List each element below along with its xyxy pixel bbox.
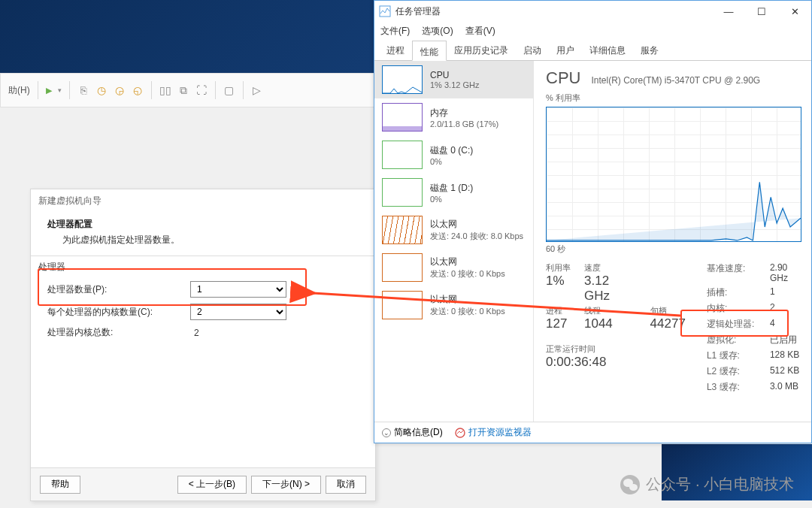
tab-services[interactable]: 服务 — [633, 40, 666, 60]
svg-rect-0 — [380, 6, 390, 17]
tab-details[interactable]: 详细信息 — [582, 40, 633, 60]
snapshot-icon[interactable]: ⎘ — [74, 82, 92, 98]
console-icon[interactable]: ▷ — [248, 82, 266, 98]
svg-point-1 — [456, 428, 465, 437]
layout-2-icon[interactable]: ⧉ — [174, 82, 192, 98]
proc-label: 进程 — [546, 305, 571, 316]
tab-performance[interactable]: 性能 — [412, 41, 447, 61]
sidebar-item-eth0[interactable]: 以太网 发送: 24.0 接收: 8.0 Kbps — [374, 211, 533, 249]
sidebar-item-memory[interactable]: 内存 2.0/11.8 GB (17%) — [374, 98, 533, 136]
cpu-heading: CPU — [546, 68, 580, 88]
util-value: 1% — [546, 274, 571, 289]
util-label: 利用率 — [546, 262, 571, 274]
close-button[interactable]: ✕ — [778, 1, 811, 22]
separator — [243, 81, 244, 99]
uptime-label: 正常运行时间 — [546, 343, 686, 355]
unity-icon[interactable]: ▢ — [220, 82, 238, 98]
sidebar-item-disk0[interactable]: 磁盘 0 (C:) 0% — [374, 136, 533, 174]
sidebar-disk0-sub: 0% — [430, 157, 473, 166]
maximize-button[interactable]: ☐ — [745, 1, 778, 22]
wizard-titlebar: 新建虚拟机向导 — [31, 189, 375, 212]
processor-count-select[interactable]: 1 — [190, 281, 286, 298]
snapshot-take-icon[interactable]: ◷ — [92, 82, 111, 98]
cores-value: 2 — [770, 302, 807, 315]
fullscreen-icon[interactable]: ⛶ — [192, 82, 211, 98]
cores-per-proc-label: 每个处理器的内核数量(C): — [47, 306, 190, 319]
speed-label: 速度 — [584, 262, 637, 274]
logical-label: 逻辑处理器: — [707, 318, 759, 331]
virt-value: 已启用 — [770, 334, 807, 346]
thread-value: 1044 — [584, 316, 637, 331]
cores-per-proc-select[interactable]: 2 — [190, 304, 286, 320]
total-cores-label: 处理器内核总数: — [47, 326, 190, 339]
base-speed-label: 基准速度: — [707, 262, 759, 283]
sidebar-mem-sub: 2.0/11.8 GB (17%) — [430, 119, 498, 129]
speed-value: 3.12 GHz — [584, 274, 637, 304]
eth1-mini-chart — [382, 253, 423, 282]
minimize-button[interactable]: — — [712, 1, 745, 22]
back-button[interactable]: < 上一步(B) — [177, 476, 247, 494]
eth2-mini-chart — [382, 291, 423, 319]
cancel-button[interactable]: 取消 — [326, 476, 366, 494]
l2-value: 512 KB — [770, 365, 807, 378]
sidebar-disk0-title: 磁盘 0 (C:) — [430, 144, 473, 157]
sidebar-item-disk1[interactable]: 磁盘 1 (D:) 0% — [374, 174, 533, 211]
tab-processes[interactable]: 进程 — [379, 40, 412, 60]
menu-bar: 文件(F) 选项(O) 查看(V) — [374, 22, 811, 40]
sidebar-item-cpu[interactable]: CPU 1% 3.12 GHz — [374, 61, 533, 98]
cpu-utilization-chart[interactable] — [546, 107, 801, 242]
snapshot-revert-icon[interactable]: ◶ — [111, 82, 129, 98]
taskmgr-icon — [379, 5, 391, 17]
sockets-label: 插槽: — [707, 286, 759, 299]
proc-value: 127 — [546, 316, 571, 331]
logical-value: 4 — [770, 318, 807, 331]
disk1-mini-chart — [382, 178, 423, 207]
help-menu[interactable]: 助(H) — [8, 84, 30, 97]
l3-value: 3.0 MB — [770, 381, 807, 394]
separator — [69, 81, 70, 99]
handle-label: 句柄 — [650, 305, 686, 316]
separator — [151, 81, 152, 99]
tab-app-history[interactable]: 应用历史记录 — [447, 40, 516, 60]
menu-view[interactable]: 查看(V) — [465, 25, 495, 38]
separator — [215, 81, 216, 99]
virt-label: 虚拟化: — [707, 334, 759, 346]
memory-mini-chart — [382, 103, 423, 132]
cpu-model: Intel(R) Core(TM) i5-3470T CPU @ 2.90G — [591, 75, 760, 86]
l2-label: L2 缓存: — [707, 365, 759, 378]
play-icon[interactable]: ▶ — [46, 86, 52, 95]
wizard-heading: 处理器配置 — [47, 218, 359, 231]
thread-label: 线程 — [584, 305, 637, 316]
sidebar-eth0-title: 以太网 — [430, 218, 523, 231]
cpu-details: 基准速度:2.90 GHz 插槽:1 内核:2 逻辑处理器:4 虚拟化:已启用 … — [707, 262, 807, 394]
section-label: 处理器 — [38, 261, 368, 274]
l1-value: 128 KB — [770, 349, 807, 362]
sidebar-eth1-title: 以太网 — [430, 256, 505, 268]
tab-startup[interactable]: 启动 — [516, 40, 549, 60]
brief-info-button[interactable]: ⌄简略信息(D) — [382, 426, 443, 439]
layout-1-icon[interactable]: ▯▯ — [156, 82, 174, 98]
menu-file[interactable]: 文件(F) — [380, 25, 410, 38]
sidebar-item-eth2[interactable]: 以太网 发送: 0 接收: 0 Kbps — [374, 286, 533, 324]
tab-strip: 进程 性能 应用历史记录 启动 用户 详细信息 服务 — [374, 40, 811, 61]
resmon-link[interactable]: 打开资源监视器 — [455, 426, 532, 439]
help-button[interactable]: 帮助 — [40, 476, 80, 494]
resmon-icon — [455, 428, 465, 438]
l1-label: L1 缓存: — [707, 349, 759, 362]
sidebar-eth2-sub: 发送: 0 接收: 0 Kbps — [430, 306, 505, 317]
play-dropdown[interactable]: ▾ — [58, 86, 62, 94]
sidebar-item-eth1[interactable]: 以太网 发送: 0 接收: 0 Kbps — [374, 249, 533, 286]
chevron-icon: ⌄ — [382, 428, 391, 437]
menu-options[interactable]: 选项(O) — [422, 25, 453, 38]
chart-x-label: 60 秒 — [546, 243, 807, 255]
handle-value: 44277 — [650, 316, 686, 331]
base-speed-value: 2.90 GHz — [770, 262, 807, 283]
window-title: 任务管理器 — [395, 5, 441, 18]
sidebar-cpu-sub: 1% 3.12 GHz — [430, 80, 479, 89]
next-button[interactable]: 下一步(N) > — [251, 476, 321, 494]
sidebar-disk1-title: 磁盘 1 (D:) — [430, 182, 473, 195]
sockets-value: 1 — [770, 286, 807, 299]
snapshot-manage-icon[interactable]: ◵ — [129, 82, 147, 98]
tab-users[interactable]: 用户 — [549, 40, 582, 60]
cores-label: 内核: — [707, 302, 759, 315]
